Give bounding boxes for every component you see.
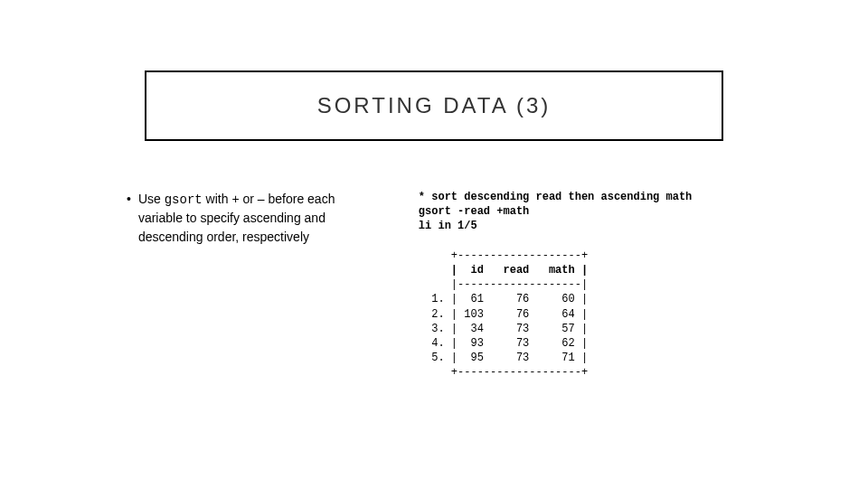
slide-title: SORTING DATA (3) xyxy=(317,93,552,118)
table-row: 4. | 93 73 62 | xyxy=(419,337,588,350)
table-row: 2. | 103 76 64 | xyxy=(419,308,588,321)
code-cmd1: gsort -read +math xyxy=(419,205,529,218)
table-border-top: +-------------------+ xyxy=(419,249,588,262)
gsort-code: gsort xyxy=(165,192,203,207)
bullet-pre: Use xyxy=(138,192,165,206)
bullet-marker: • xyxy=(127,190,131,246)
left-column: • Use gsort with + or – before each vari… xyxy=(127,190,382,380)
code-comment: * sort descending read then ascending ma… xyxy=(419,191,692,203)
table-header: | id read math | xyxy=(419,264,588,277)
table-border-bottom: +-------------------+ xyxy=(419,366,588,379)
bullet-text: Use gsort with + or – before each variab… xyxy=(138,190,382,246)
table-row: 5. | 95 73 71 | xyxy=(419,352,588,364)
table-row: 3. | 34 73 57 | xyxy=(419,323,588,335)
content-area: • Use gsort with + or – before each vari… xyxy=(127,190,760,380)
code-output: * sort descending read then ascending ma… xyxy=(419,190,760,380)
code-cmd2: li in 1/5 xyxy=(419,220,477,232)
title-box: SORTING DATA (3) xyxy=(145,70,723,141)
bullet-item: • Use gsort with + or – before each vari… xyxy=(127,190,382,246)
table-row: 1. | 61 76 60 | xyxy=(419,293,588,305)
table-separator: |-------------------| xyxy=(419,278,588,291)
